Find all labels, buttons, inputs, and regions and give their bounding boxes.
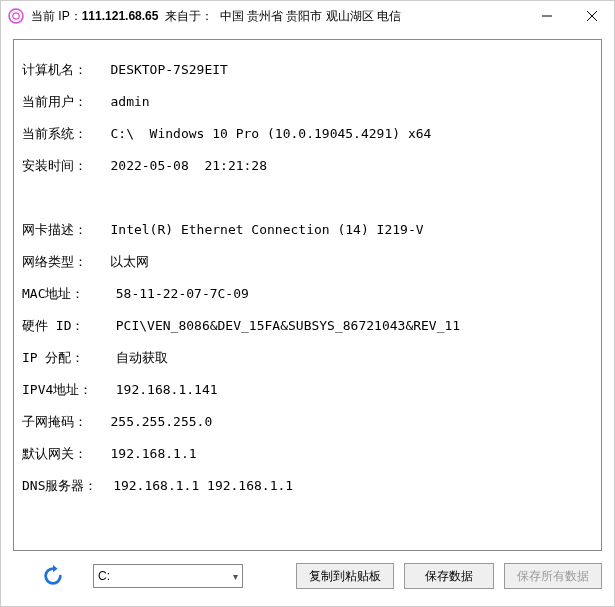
value-ipv4: 192.168.1.141: [116, 382, 218, 397]
label-os: 当前系统：: [22, 126, 87, 142]
titlebar: 当前 IP：111.121.68.65 来自于： 中国 贵州省 贵阳市 观山湖区…: [1, 1, 614, 31]
save-data-button[interactable]: 保存数据: [404, 563, 494, 589]
value-nic-desc: Intel(R) Ethernet Connection (14) I219-V: [110, 222, 423, 237]
value-dns: 192.168.1.1 192.168.1.1: [113, 478, 293, 493]
label-subnet: 子网掩码：: [22, 414, 87, 430]
copy-clipboard-button[interactable]: 复制到粘贴板: [296, 563, 394, 589]
title-prefix: 当前 IP：: [31, 9, 82, 23]
value-mac: 58-11-22-07-7C-09: [116, 286, 249, 301]
info-panel: 计算机名： DESKTOP-7S29EIT 当前用户： admin 当前系统： …: [13, 39, 602, 551]
label-dns: DNS服务器：: [22, 478, 97, 494]
value-ip-alloc: 自动获取: [116, 350, 168, 365]
window-controls: [524, 1, 614, 31]
drive-select-value: C:: [98, 569, 110, 583]
label-gateway: 默认网关：: [22, 446, 87, 462]
label-net-type: 网络类型：: [22, 254, 87, 270]
value-hw-id: PCI\VEN_8086&DEV_15FA&SUBSYS_86721043&RE…: [116, 318, 460, 333]
title-from-label: 来自于：: [165, 9, 213, 23]
value-install-time: 2022-05-08 21:21:28: [110, 158, 267, 173]
close-button[interactable]: [569, 1, 614, 31]
value-subnet: 255.255.255.0: [110, 414, 212, 429]
value-os: C:\ Windows 10 Pro (10.0.19045.4291) x64: [110, 126, 431, 141]
drive-select[interactable]: C: ▾: [93, 564, 243, 588]
value-gateway: 192.168.1.1: [110, 446, 196, 461]
refresh-icon: [42, 565, 64, 587]
title-from-value: 中国 贵州省 贵阳市 观山湖区 电信: [220, 9, 401, 23]
value-current-user: admin: [110, 94, 149, 109]
bottom-toolbar: C: ▾ 复制到粘贴板 保存数据 保存所有数据: [1, 551, 614, 589]
label-mac: MAC地址：: [22, 286, 84, 302]
label-nic-desc: 网卡描述：: [22, 222, 87, 238]
svg-point-0: [9, 9, 23, 23]
label-ip-alloc: IP 分配：: [22, 350, 84, 366]
label-current-user: 当前用户：: [22, 94, 87, 110]
refresh-button[interactable]: [37, 563, 69, 589]
window-title: 当前 IP：111.121.68.65 来自于： 中国 贵州省 贵阳市 观山湖区…: [31, 8, 401, 25]
title-ip: 111.121.68.65: [82, 9, 159, 23]
value-net-type: 以太网: [110, 254, 149, 269]
label-hw-id: 硬件 ID：: [22, 318, 84, 334]
label-computer-name: 计算机名：: [22, 62, 87, 78]
chevron-down-icon: ▾: [233, 571, 238, 582]
label-install-time: 安装时间：: [22, 158, 87, 174]
value-computer-name: DESKTOP-7S29EIT: [110, 62, 227, 77]
svg-point-1: [13, 13, 19, 19]
app-icon: [7, 7, 25, 25]
minimize-button[interactable]: [524, 1, 569, 31]
label-ipv4: IPV4地址：: [22, 382, 92, 398]
save-all-data-button: 保存所有数据: [504, 563, 602, 589]
svg-marker-5: [53, 565, 58, 572]
